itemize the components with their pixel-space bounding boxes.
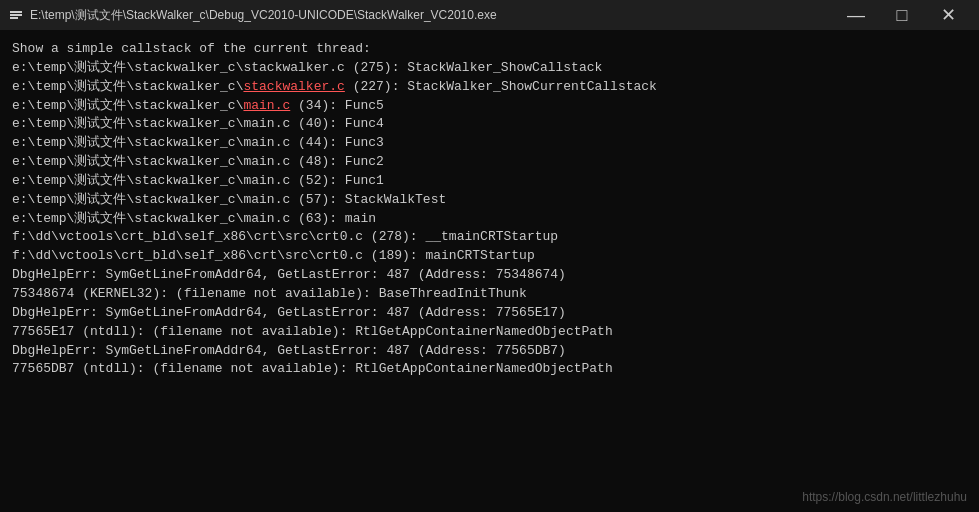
console-line: DbgHelpErr: SymGetLineFromAddr64, GetLas… <box>12 304 967 323</box>
watermark: https://blog.csdn.net/littlezhuhu <box>802 490 967 504</box>
title-bar: E:\temp\测试文件\StackWalker_c\Debug_VC2010-… <box>0 0 979 30</box>
console-line: Show a simple callstack of the current t… <box>12 40 967 59</box>
title-bar-controls: — □ ✕ <box>833 0 971 30</box>
console-line: e:\temp\测试文件\stackwalker_c\main.c (48): … <box>12 153 967 172</box>
console-line: e:\temp\测试文件\stackwalker_c\main.c (57): … <box>12 191 967 210</box>
console-line: f:\dd\vctools\crt_bld\self_x86\crt\src\c… <box>12 228 967 247</box>
console-line: e:\temp\测试文件\stackwalker_c\stackwalker.c… <box>12 78 967 97</box>
app-icon <box>8 7 24 23</box>
title-bar-left: E:\temp\测试文件\StackWalker_c\Debug_VC2010-… <box>8 7 497 24</box>
console-line: e:\temp\测试文件\stackwalker_c\main.c (52): … <box>12 172 967 191</box>
console-line: e:\temp\测试文件\stackwalker_c\main.c (44): … <box>12 134 967 153</box>
svg-rect-3 <box>10 17 18 19</box>
console-line: DbgHelpErr: SymGetLineFromAddr64, GetLas… <box>12 266 967 285</box>
console-line: e:\temp\测试文件\stackwalker_c\main.c (40): … <box>12 115 967 134</box>
window-title: E:\temp\测试文件\StackWalker_c\Debug_VC2010-… <box>30 7 497 24</box>
console-line: 75348674 (KERNEL32): (filename not avail… <box>12 285 967 304</box>
svg-rect-2 <box>10 14 22 16</box>
svg-rect-1 <box>10 11 22 13</box>
console-line: e:\temp\测试文件\stackwalker_c\main.c (63): … <box>12 210 967 229</box>
console-area: Show a simple callstack of the current t… <box>0 30 979 512</box>
close-button[interactable]: ✕ <box>925 0 971 30</box>
console-line: e:\temp\测试文件\stackwalker_c\main.c (34): … <box>12 97 967 116</box>
console-line: e:\temp\测试文件\stackwalker_c\stackwalker.c… <box>12 59 967 78</box>
console-line: DbgHelpErr: SymGetLineFromAddr64, GetLas… <box>12 342 967 361</box>
console-output: Show a simple callstack of the current t… <box>12 40 967 379</box>
window: E:\temp\测试文件\StackWalker_c\Debug_VC2010-… <box>0 0 979 512</box>
minimize-button[interactable]: — <box>833 0 879 30</box>
console-line: 77565DB7 (ntdll): (filename not availabl… <box>12 360 967 379</box>
maximize-button[interactable]: □ <box>879 0 925 30</box>
console-line: f:\dd\vctools\crt_bld\self_x86\crt\src\c… <box>12 247 967 266</box>
console-line: 77565E17 (ntdll): (filename not availabl… <box>12 323 967 342</box>
